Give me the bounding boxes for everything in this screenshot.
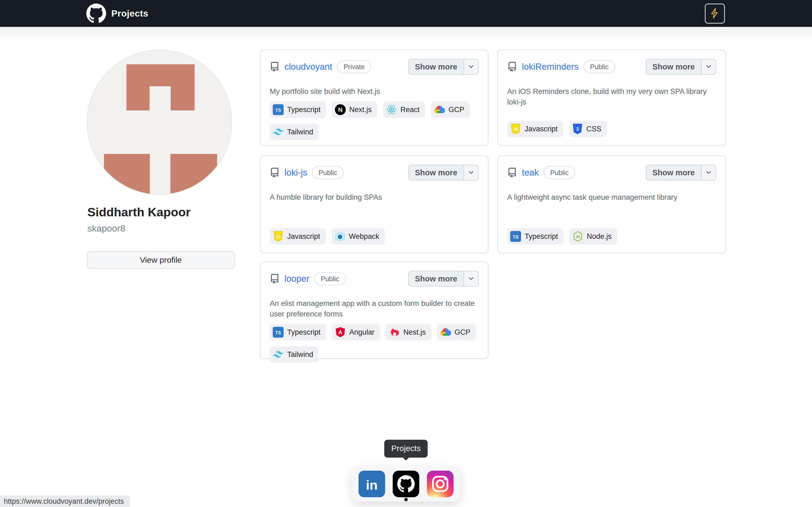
repo-icon (270, 168, 280, 177)
tech-tag: TS Typescript (270, 324, 326, 340)
avatar-shape (104, 154, 150, 194)
tech-tag: GCP (431, 102, 470, 118)
card-header: teak Public Show more (507, 165, 716, 180)
active-indicator-dot (404, 498, 408, 501)
repo-icon (507, 168, 517, 177)
javascript-icon: JS (510, 123, 521, 134)
react-icon (386, 104, 397, 115)
show-more-split-button: Show more (408, 59, 479, 75)
tailwind-icon (273, 349, 284, 360)
angular-icon: A (335, 327, 346, 338)
show-more-dropdown-button[interactable] (702, 59, 716, 74)
show-more-button[interactable]: Show more (409, 271, 464, 286)
tag-list: TS Typescript A Angular Nest.js GCP Tail… (270, 319, 479, 362)
show-more-dropdown-button[interactable] (702, 165, 716, 180)
tech-tag: N Next.js (332, 102, 377, 118)
dock-tooltip: Projects (384, 440, 428, 458)
svg-text:JS: JS (276, 234, 281, 239)
project-card: teak Public Show more A lightweight asyn… (498, 156, 726, 253)
javascript-icon: JS (273, 231, 284, 242)
svg-text:3: 3 (576, 126, 579, 132)
show-more-dropdown-button[interactable] (464, 271, 478, 286)
tag-list: JS Javascript 3 CSS (507, 116, 716, 137)
css-icon: 3 (572, 123, 583, 134)
avatar-shape (170, 154, 217, 194)
show-more-button[interactable]: Show more (409, 59, 464, 74)
link-status-bar: https://www.cloudvoyant.dev/projects (0, 496, 130, 507)
show-more-button[interactable]: Show more (646, 165, 702, 180)
project-title-link[interactable]: cloudvoyant (284, 62, 332, 72)
project-card: loki-js Public Show more A humble librar… (260, 156, 488, 253)
linkedin-icon: in (358, 471, 385, 497)
show-more-button[interactable]: Show more (409, 165, 464, 180)
avatar (87, 50, 232, 195)
tech-tag: Nest.js (386, 324, 431, 340)
tag-label: Tailwind (287, 128, 313, 136)
svg-text:JS: JS (576, 234, 580, 238)
tag-label: GCP (448, 106, 464, 114)
nodejs-icon: JS (572, 231, 583, 242)
lightning-icon (710, 7, 720, 20)
profile-username: skapoor8 (88, 223, 125, 234)
project-title-link[interactable]: teak (522, 167, 539, 178)
project-title-link[interactable]: looper (284, 274, 309, 284)
project-card: lokiReminders Public Show more An iOS Re… (498, 50, 726, 146)
svg-text:TS: TS (275, 330, 281, 335)
chevron-down-icon (468, 275, 474, 283)
tech-tag: 3 CSS (569, 121, 607, 137)
project-description: An iOS Reminders clone, build with my ve… (507, 86, 716, 107)
tech-tag: JS Node.js (569, 228, 617, 244)
avatar-shape (150, 86, 171, 115)
tag-label: Javascript (287, 232, 320, 241)
gcp-icon (434, 104, 445, 115)
tag-label: Next.js (349, 106, 372, 114)
tag-label: Typescript (287, 328, 321, 337)
svg-text:TS: TS (275, 108, 281, 113)
social-dock: in (352, 466, 460, 502)
dock-item-instagram[interactable] (427, 471, 454, 497)
tag-label: Angular (349, 328, 374, 337)
tag-list: TS Typescript JS Node.js (507, 223, 716, 244)
theme-toggle-button[interactable] (705, 4, 725, 23)
project-description: A lightweight async task queue managemen… (507, 192, 716, 203)
project-card: looper Public Show more An elist managem… (260, 262, 488, 359)
tech-tag: A Angular (332, 324, 380, 340)
show-more-split-button: Show more (408, 271, 479, 287)
nestjs-icon (389, 327, 400, 338)
project-title-link[interactable]: lokiReminders (522, 62, 579, 72)
chevron-down-icon (468, 63, 474, 70)
typescript-icon: TS (273, 104, 284, 115)
tech-tag: JS Javascript (507, 121, 563, 137)
tech-tag: JS Javascript (270, 228, 326, 244)
tailwind-icon (273, 126, 284, 137)
tech-tag: React (383, 102, 425, 118)
show-more-dropdown-button[interactable] (464, 59, 478, 74)
dock-item-github[interactable] (393, 471, 419, 497)
tag-label: CSS (586, 125, 602, 133)
visibility-badge: Public (314, 272, 346, 285)
tag-list: JS Javascript Webpack (270, 223, 479, 244)
tag-label: Node.js (587, 232, 612, 241)
project-description: A humble library for building SPAs (270, 192, 479, 203)
nextjs-icon: N (335, 104, 346, 115)
card-header: loki-js Public Show more (270, 165, 479, 180)
profile-name: Siddharth Kapoor (88, 205, 190, 219)
chevron-down-icon (705, 169, 712, 176)
project-title-link[interactable]: loki-js (284, 167, 307, 178)
tag-label: Typescript (287, 106, 321, 114)
typescript-icon: TS (510, 231, 521, 242)
octocat-icon (86, 4, 106, 23)
repo-icon (507, 62, 517, 72)
tag-label: Nest.js (403, 328, 426, 337)
view-profile-button[interactable]: View profile (87, 251, 235, 269)
show-more-split-button: Show more (408, 165, 479, 180)
show-more-dropdown-button[interactable] (464, 165, 478, 180)
github-icon (393, 471, 419, 497)
tag-label: Typescript (525, 232, 558, 241)
tag-label: React (401, 106, 420, 114)
dock-item-linkedin[interactable]: in (358, 471, 385, 497)
project-card: cloudvoyant Private Show more My portfol… (260, 50, 488, 146)
tag-label: Javascript (525, 125, 558, 133)
svg-text:TS: TS (513, 234, 519, 240)
show-more-button[interactable]: Show more (646, 59, 702, 74)
